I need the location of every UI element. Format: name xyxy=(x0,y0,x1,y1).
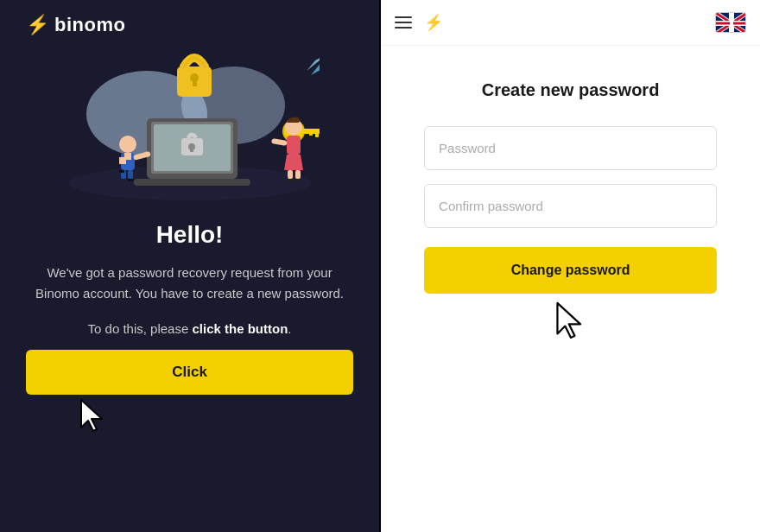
logo-text: binomo xyxy=(54,14,125,36)
uk-flag xyxy=(716,13,746,33)
hamburger-menu[interactable] xyxy=(395,16,412,28)
svg-marker-47 xyxy=(557,303,580,338)
description-text: We've got a password recovery request fr… xyxy=(26,263,353,304)
hamburger-line-2 xyxy=(395,22,412,23)
language-flag[interactable] xyxy=(715,12,746,33)
confirm-password-field-group xyxy=(424,184,717,228)
form-title: Create new password xyxy=(482,80,660,100)
svg-rect-33 xyxy=(295,170,301,179)
svg-rect-19 xyxy=(309,129,313,136)
right-content: Create new password Change password xyxy=(381,46,760,532)
click-hint: To do this, please click the button. xyxy=(88,321,292,336)
password-field-group xyxy=(424,126,717,170)
hamburger-line-3 xyxy=(395,27,412,28)
cursor-icon-left xyxy=(78,398,109,434)
password-input[interactable] xyxy=(424,126,717,170)
click-hint-bold: click the button xyxy=(192,321,288,336)
right-panel: ⚡ xyxy=(381,0,760,532)
svg-rect-30 xyxy=(287,136,301,155)
svg-rect-35 xyxy=(294,179,301,181)
click-hint-plain: To do this, please xyxy=(88,321,193,336)
svg-rect-46 xyxy=(716,22,746,25)
header-bolt-icon: ⚡ xyxy=(424,13,443,32)
svg-marker-37 xyxy=(81,400,102,431)
svg-rect-32 xyxy=(288,170,293,179)
right-header: ⚡ xyxy=(381,0,760,46)
cursor-icon-right xyxy=(554,301,588,342)
click-hint-end: . xyxy=(288,321,291,336)
svg-rect-27 xyxy=(128,179,133,181)
svg-rect-26 xyxy=(119,170,124,173)
click-button-wrapper: Click xyxy=(26,350,353,434)
logo-bolt-icon: ⚡ xyxy=(26,14,49,36)
svg-rect-18 xyxy=(315,129,319,137)
click-button[interactable]: Click xyxy=(26,350,353,395)
svg-point-20 xyxy=(119,136,136,153)
illustration xyxy=(60,45,320,209)
svg-rect-10 xyxy=(190,147,193,152)
svg-rect-23 xyxy=(124,153,131,160)
left-panel: ⚡ binomo xyxy=(0,0,379,532)
svg-rect-25 xyxy=(128,170,133,179)
svg-rect-34 xyxy=(286,179,293,181)
svg-marker-31 xyxy=(284,155,303,170)
hamburger-line-1 xyxy=(395,16,412,18)
confirm-password-input[interactable] xyxy=(424,184,717,228)
svg-rect-11 xyxy=(134,179,250,186)
cursor-wrapper xyxy=(554,301,588,342)
svg-rect-36 xyxy=(270,138,287,146)
logo-area: ⚡ binomo xyxy=(26,0,353,45)
hello-title: Hello! xyxy=(156,221,224,249)
change-password-button[interactable]: Change password xyxy=(424,247,717,294)
svg-rect-14 xyxy=(193,79,197,86)
svg-rect-45 xyxy=(731,13,733,33)
